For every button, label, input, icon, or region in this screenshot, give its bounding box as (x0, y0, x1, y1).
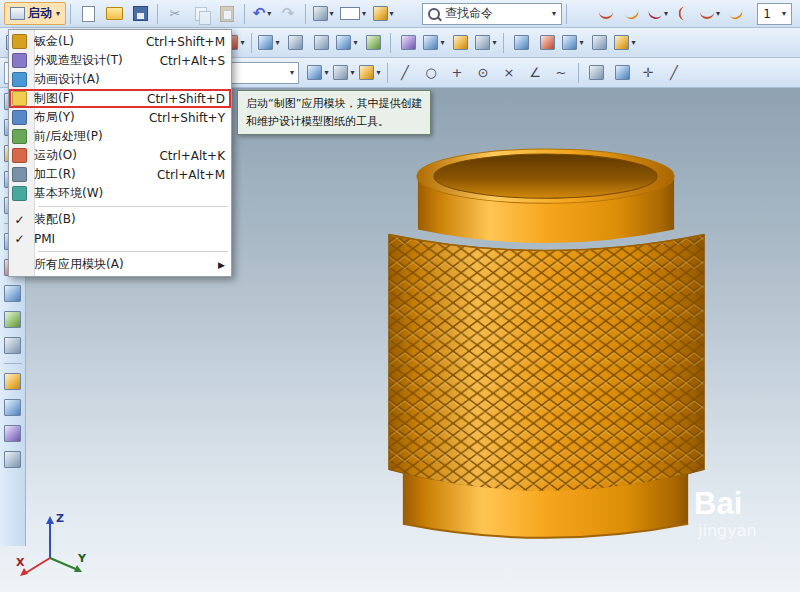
view-tool-button[interactable]: ✛ (636, 62, 660, 84)
profile-tool-button[interactable]: ▾ (698, 3, 722, 25)
feature-tool-button[interactable] (448, 32, 472, 54)
feature-tool-button[interactable] (535, 32, 559, 54)
feature-tool-button[interactable]: ▾ (257, 32, 281, 54)
watermark: Bai jingyan (694, 488, 757, 539)
open-folder-icon (106, 7, 123, 20)
drafting-tooltip: 启动“制图”应用模块，其中提供创建 和维护设计模型图纸的工具。 (237, 90, 431, 135)
snap-tangent-button[interactable]: ~ (549, 62, 573, 84)
selection-scope-button[interactable]: ▾ (306, 62, 330, 84)
chevron-down-icon: ▾ (782, 9, 786, 18)
chevron-down-icon: ▾ (362, 9, 366, 18)
model-knurled-cylinder[interactable] (372, 134, 720, 566)
menu-shortcut: Ctrl+Alt+K (159, 149, 225, 163)
tool-icon[interactable] (4, 337, 21, 354)
undo-button[interactable]: ↶▾ (250, 3, 274, 25)
menu-item-motion[interactable]: 运动(O) Ctrl+Alt+K (9, 146, 231, 165)
sketch-curve-icon (727, 6, 744, 22)
feature-tool-icon (592, 35, 607, 50)
snap-point-icon: + (452, 66, 463, 79)
copy-icon (195, 7, 207, 21)
feature-tool-button[interactable] (509, 32, 533, 54)
snap-angle-button[interactable]: ∠ (523, 62, 547, 84)
selection-mode-button[interactable]: ▾ (332, 62, 356, 84)
copy-button[interactable] (189, 3, 213, 25)
menu-item-drafting[interactable]: 制图(F) Ctrl+Shift+D (9, 89, 231, 108)
chevron-down-icon: ▾ (552, 9, 556, 18)
menu-item-manufacturing[interactable]: 加工(R) Ctrl+Alt+M (9, 165, 231, 184)
start-button-label: 启动 (28, 5, 52, 22)
feature-tool-button[interactable]: ▾ (474, 32, 498, 54)
tooltip-line2: 和维护设计模型图纸的工具。 (246, 113, 422, 131)
snap-settings-button[interactable]: ▾ (358, 62, 382, 84)
model-inner-bore[interactable] (434, 154, 657, 198)
feature-tool-icon (453, 35, 468, 50)
feature-tool-button[interactable] (587, 32, 611, 54)
feature-tool-button[interactable] (309, 32, 333, 54)
save-button[interactable] (128, 3, 152, 25)
snap-intersection-button[interactable]: × (497, 62, 521, 84)
feature-tool-button[interactable] (396, 32, 420, 54)
tool-icon[interactable] (4, 311, 21, 328)
snap-point-button[interactable]: + (445, 62, 469, 84)
open-file-button[interactable] (102, 3, 126, 25)
menu-item-pmi[interactable]: ✓ PMI (9, 229, 231, 248)
triad-y-label: Y (77, 552, 87, 565)
chevron-down-icon: ▾ (56, 9, 60, 18)
chevron-down-icon: ▾ (631, 38, 635, 47)
menu-item-gateway[interactable]: 基本环境(W) (9, 184, 231, 203)
shape-studio-icon (12, 53, 27, 68)
feature-tool-button[interactable] (283, 32, 307, 54)
start-menu-button[interactable]: 启动 ▾ (4, 2, 66, 25)
new-file-button[interactable] (76, 3, 100, 25)
start-icon (10, 7, 25, 20)
paste-button[interactable] (215, 3, 239, 25)
sketch-curve-button[interactable] (724, 3, 748, 25)
view-scale-spinner[interactable]: 1 ▾ (757, 3, 792, 25)
view-tool-button[interactable] (610, 62, 634, 84)
chevron-down-icon: ▾ (290, 68, 294, 77)
menu-item-pre-post-processing[interactable]: 前/后处理(P) (9, 127, 231, 146)
command-search-input[interactable]: 查找命令 ▾ (422, 3, 562, 25)
view-tool-button[interactable] (584, 62, 608, 84)
menu-item-animation-design[interactable]: 动画设计(A) (9, 70, 231, 89)
toolbar-separator (244, 4, 245, 24)
tool-icon[interactable] (4, 373, 21, 390)
menu-item-layout[interactable]: 布局(Y) Ctrl+Shift+Y (9, 108, 231, 127)
color-swatch-button[interactable]: ▾ (337, 3, 369, 25)
feature-tool-icon (288, 35, 303, 50)
view-triad[interactable]: Z X Y (14, 508, 90, 584)
menu-item-all-applications[interactable]: 所有应用模块(A) ▶ (9, 255, 231, 274)
snap-line-button[interactable]: ╱ (393, 62, 417, 84)
render-style-button[interactable]: ▾ (371, 3, 395, 25)
display-mode-button[interactable]: ▾ (311, 3, 335, 25)
snap-center-button[interactable]: ⊙ (471, 62, 495, 84)
view-tool-button[interactable]: ╱ (662, 62, 686, 84)
snap-circle-button[interactable]: ○ (419, 62, 443, 84)
feature-tool-button[interactable]: ▾ (335, 32, 359, 54)
toolbar-separator (566, 4, 567, 24)
curve-tool-button[interactable] (594, 3, 618, 25)
toolbar-separator (387, 63, 388, 83)
spline-tool-button[interactable] (620, 3, 644, 25)
arc-tool-button[interactable]: ▾ (646, 3, 670, 25)
fillet-tool-button[interactable] (672, 3, 696, 25)
snap-settings-icon (359, 65, 374, 80)
redo-button[interactable]: ↷ (276, 3, 300, 25)
cut-button[interactable]: ✂ (163, 3, 187, 25)
feature-tool-button[interactable]: ▾ (561, 32, 585, 54)
tool-icon[interactable] (4, 451, 21, 468)
feature-tool-icon (258, 35, 273, 50)
feature-tool-button[interactable] (361, 32, 385, 54)
menu-item-sheet-metal[interactable]: 钣金(L) Ctrl+Shift+M (9, 32, 231, 51)
view-tool-icon (589, 65, 604, 80)
tool-icon[interactable] (4, 425, 21, 442)
tool-icon[interactable] (4, 285, 21, 302)
nx-application-window: 启动 ▾ ✂ ↶▾ ↷ ▾ ▾ ▾ 查找命令 ▾ ▾ ▾ (0, 0, 800, 592)
measure-icon: ╱ (670, 66, 678, 79)
feature-tool-button[interactable]: ▾ (613, 32, 637, 54)
menu-item-assemblies[interactable]: ✓ 装配(B) (9, 210, 231, 229)
menu-item-shape-studio[interactable]: 外观造型设计(T) Ctrl+Alt+S (9, 51, 231, 70)
feature-tool-button[interactable]: ▾ (422, 32, 446, 54)
tool-icon[interactable] (4, 399, 21, 416)
snap-circle-icon: ○ (425, 66, 436, 79)
